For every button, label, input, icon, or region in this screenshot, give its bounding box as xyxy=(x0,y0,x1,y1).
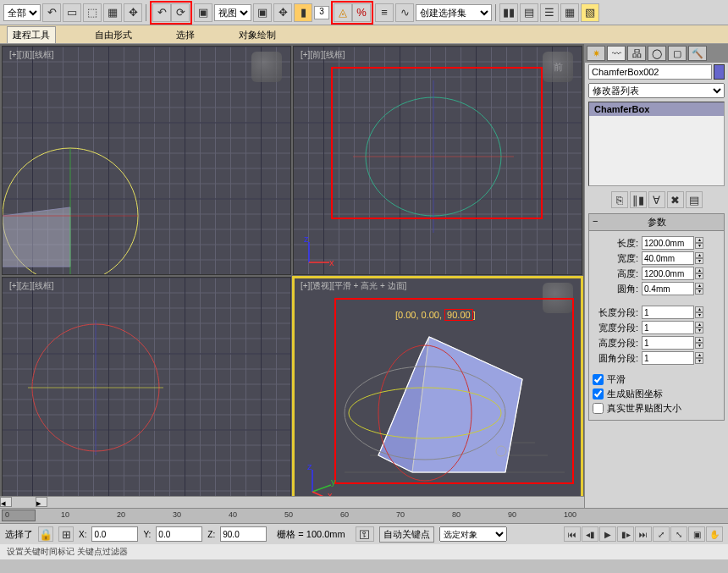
goto-start-icon[interactable]: ⏮ xyxy=(564,526,581,542)
input-transform-y[interactable] xyxy=(156,526,202,542)
make-unique-icon[interactable]: ∀ xyxy=(648,191,665,208)
vp-top-geom xyxy=(3,47,290,274)
chk-genmap[interactable] xyxy=(593,388,604,399)
label-lenseg: 长度分段: xyxy=(593,306,642,319)
mirror-tool-icon[interactable]: ▮▮ xyxy=(499,3,518,22)
remove-modifier-icon[interactable]: ✖ xyxy=(667,191,684,208)
tab-select[interactable]: 选择 xyxy=(171,27,200,43)
field-of-view-icon[interactable]: ▣ xyxy=(688,526,705,542)
scroll-left-icon[interactable]: ◂ xyxy=(0,497,12,507)
viewport-top[interactable]: [+][顶][线框] xyxy=(2,46,291,275)
spinner-lenseg[interactable]: ▴▾ xyxy=(695,306,703,318)
spinner-filseg[interactable]: ▴▾ xyxy=(695,352,703,364)
layers-icon[interactable]: ☰ xyxy=(540,3,559,22)
timeline-tick: 60 xyxy=(340,510,349,519)
input-height[interactable] xyxy=(642,267,694,280)
spinner-hgtseg[interactable]: ▴▾ xyxy=(695,337,703,349)
spinner-widseg[interactable]: ▴▾ xyxy=(695,322,703,333)
use-center-icon[interactable]: ▣ xyxy=(253,3,272,22)
input-transform-z[interactable] xyxy=(220,526,267,542)
prev-frame-icon[interactable]: ◂▮ xyxy=(582,526,598,542)
chk-smooth[interactable] xyxy=(593,374,604,385)
motion-tab-icon[interactable]: ◯ xyxy=(648,46,666,61)
input-filseg[interactable] xyxy=(642,351,694,365)
label-width: 宽度: xyxy=(593,252,642,265)
render-setup-icon[interactable]: ▧ xyxy=(581,3,599,22)
input-width[interactable] xyxy=(642,251,694,265)
spinner-height[interactable]: ▴▾ xyxy=(695,267,703,279)
utilities-tab-icon[interactable]: 🔨 xyxy=(688,46,707,61)
scope-select[interactable]: 全部 xyxy=(3,4,41,21)
scroll-right-icon[interactable]: ▸ xyxy=(36,497,47,507)
abs-rel-icon[interactable]: ⊞ xyxy=(58,526,74,542)
input-length[interactable] xyxy=(642,236,694,250)
rollout-header[interactable]: − 参数 xyxy=(589,214,724,231)
lock-selection-icon[interactable]: 🔒 xyxy=(38,526,53,542)
input-hgtseg[interactable] xyxy=(642,336,694,350)
display-tab-icon[interactable]: ▢ xyxy=(668,46,687,61)
timeline-tick: 40 xyxy=(229,510,237,519)
spinner-length[interactable]: ▴▾ xyxy=(695,237,703,249)
named-selection-sets[interactable]: 创建选择集 xyxy=(416,4,492,21)
auto-key-button[interactable]: 自动关键点 xyxy=(379,526,434,543)
time-slider[interactable]: 0102030405060708090100 xyxy=(0,508,728,523)
input-lenseg[interactable] xyxy=(642,306,694,319)
goto-end-icon[interactable]: ⏭ xyxy=(635,526,652,542)
mirror-icon[interactable]: ▮ xyxy=(294,3,312,22)
tab-object-paint[interactable]: 对象绘制 xyxy=(234,27,281,43)
stack-item-chamferbox[interactable]: ChamferBox xyxy=(589,102,724,116)
tool-prev-icon[interactable]: ↶ xyxy=(42,3,61,22)
manage-layers-icon[interactable]: ≡ xyxy=(375,3,394,22)
configure-sets-icon[interactable]: ▤ xyxy=(686,191,703,208)
tab-freeform[interactable]: 自由形式 xyxy=(90,27,137,43)
key-filter-select[interactable]: 选定对象 xyxy=(439,526,507,542)
next-frame-icon[interactable]: ▮▸ xyxy=(617,526,634,542)
angle-snap-icon[interactable]: ◬ xyxy=(334,3,352,22)
spinner-width[interactable]: ▴▾ xyxy=(695,252,703,264)
snap-value[interactable]: 3 xyxy=(314,6,329,19)
modifier-stack[interactable]: ChamferBox xyxy=(588,102,725,186)
percent-snap-icon[interactable]: % xyxy=(352,3,371,22)
ref-coord-select[interactable]: 视图 xyxy=(214,4,251,21)
viewport-slider-track[interactable]: ◂ ▸ xyxy=(0,496,584,508)
select-move-icon[interactable]: ✥ xyxy=(124,3,142,22)
rotate-icon[interactable]: ⟳ xyxy=(171,3,190,22)
input-fillet[interactable] xyxy=(642,282,694,295)
toolbar-divider xyxy=(146,4,146,21)
select-object-icon[interactable]: ▭ xyxy=(63,3,81,22)
tab-modeling-tools[interactable]: 建程工具 xyxy=(7,26,56,43)
modify-tab-icon[interactable]: 〰 xyxy=(607,46,626,61)
viewport-left[interactable]: [+][左][线框] xyxy=(2,277,291,506)
input-widseg[interactable] xyxy=(642,321,694,334)
label-widseg: 宽度分段: xyxy=(593,322,642,334)
zoom-all-icon[interactable]: ⤡ xyxy=(670,526,687,542)
input-transform-x[interactable] xyxy=(91,526,138,542)
scale-icon[interactable]: ▣ xyxy=(194,3,212,22)
object-name-field[interactable] xyxy=(588,64,712,80)
selection-lock-icon[interactable]: ✥ xyxy=(273,3,292,22)
graph-editors-icon[interactable]: ▦ xyxy=(560,3,579,22)
pan-icon[interactable]: ✋ xyxy=(706,526,723,542)
window-crossing-icon[interactable]: ▦ xyxy=(103,3,122,22)
play-icon[interactable]: ▶ xyxy=(599,526,616,542)
object-color-swatch[interactable] xyxy=(714,64,725,80)
zoom-extents-icon[interactable]: ⤢ xyxy=(653,526,670,542)
pin-stack-icon[interactable]: ⎘ xyxy=(611,191,628,208)
viewport-perspective[interactable]: [+][透视][平滑 + 高光 + 边面] [ xyxy=(293,277,582,506)
rollout-collapse-icon[interactable]: − xyxy=(593,216,598,226)
spinner-fillet[interactable]: ▴▾ xyxy=(695,283,703,295)
chk-realworld[interactable] xyxy=(593,403,604,414)
create-tab-icon[interactable]: ✷ xyxy=(587,46,605,61)
label-fillet: 圆角: xyxy=(593,283,642,295)
timeline-tick: 70 xyxy=(396,510,405,519)
undo-icon[interactable]: ↶ xyxy=(152,3,171,22)
curve-editor-icon[interactable]: ∿ xyxy=(395,3,414,22)
align-icon[interactable]: ▤ xyxy=(520,3,538,22)
hierarchy-tab-icon[interactable]: 品 xyxy=(627,46,646,61)
viewport-front[interactable]: 前 [+][前][线框] z x xyxy=(293,46,582,275)
time-config-icon[interactable]: ⚿ xyxy=(356,526,374,542)
vp-left-geom xyxy=(3,278,290,505)
select-region-icon[interactable]: ⬚ xyxy=(83,3,102,22)
modifier-list-select[interactable]: 修改器列表 xyxy=(588,83,725,98)
show-end-result-icon[interactable]: ‖▮ xyxy=(630,191,647,208)
